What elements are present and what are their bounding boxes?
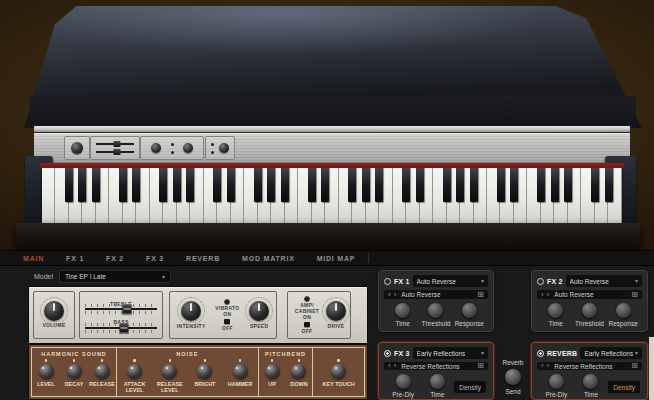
release-knob[interactable] [95, 364, 110, 379]
piano-key-black [254, 167, 262, 202]
reverb-send-knob[interactable] [505, 369, 521, 385]
power-icon[interactable] [537, 278, 544, 285]
preset-browser-icon[interactable]: ⊞ [477, 291, 484, 299]
fx2-threshold-knob[interactable] [582, 303, 597, 318]
treble-slider[interactable] [85, 308, 157, 310]
level-knob[interactable] [39, 364, 54, 379]
pitchbend-down-knob[interactable] [291, 364, 306, 379]
amp-toggle[interactable] [304, 322, 310, 327]
tab-midi-map[interactable]: MIDI MAP [306, 255, 367, 262]
harmonics-panel: HARMONIC SOUND LEVEL DECAY RELEASE NOISE… [28, 344, 368, 400]
decay-knob[interactable] [67, 364, 82, 379]
amp-led [304, 296, 310, 302]
next-preset-icon[interactable]: › [394, 362, 397, 370]
next-preset-icon[interactable]: › [547, 291, 550, 299]
treble-slider-handle[interactable] [122, 305, 131, 314]
power-icon[interactable] [384, 278, 391, 285]
fx1-time-knob[interactable] [395, 303, 410, 318]
harmonics-panel-inner: HARMONIC SOUND LEVEL DECAY RELEASE NOISE… [31, 347, 365, 397]
key-touch-knob[interactable] [331, 364, 346, 379]
hammer-knob[interactable] [233, 364, 248, 379]
render-volume-box [64, 136, 90, 160]
fx1-threshold-knob[interactable] [428, 303, 443, 318]
preset-browser-icon[interactable]: ⊞ [631, 291, 638, 299]
fx3-type-select[interactable]: Early Reflections ▾ [413, 347, 488, 359]
model-select[interactable]: Tine EP I Late ▾ [59, 270, 171, 283]
next-preset-icon[interactable]: › [394, 291, 397, 299]
drive-knob[interactable] [326, 301, 346, 321]
knob-led [204, 359, 207, 362]
fx1-panel: FX 1 Auto Reverse ▾ ‹ › Auto Reverse ⊞ T… [378, 270, 494, 332]
bass-slider[interactable] [85, 327, 157, 329]
fx2-time-knob[interactable] [548, 303, 563, 318]
reverb-time-knob[interactable] [583, 374, 598, 389]
fx2-response-knob[interactable] [616, 303, 631, 318]
fx1-response-knob[interactable] [462, 303, 477, 318]
tab-mod-matrix[interactable]: MOD MATRIX [231, 255, 306, 262]
prev-preset-icon[interactable]: ‹ [541, 291, 544, 299]
tab-fx1[interactable]: FX 1 [55, 255, 95, 262]
tab-fx2[interactable]: FX 2 [95, 255, 135, 262]
power-icon[interactable] [384, 350, 391, 357]
preset-browser-icon[interactable]: ⊞ [631, 362, 638, 370]
release-level-knob[interactable] [162, 364, 177, 379]
speed-knob[interactable] [249, 301, 269, 321]
prev-preset-icon[interactable]: ‹ [388, 362, 391, 370]
tab-main[interactable]: MAIN [12, 255, 55, 262]
fx1-type-select[interactable]: Auto Reverse ▾ [413, 275, 488, 287]
chevron-down-icon: ▾ [635, 278, 638, 284]
level-label: LEVEL [37, 381, 55, 387]
piano-render-stage: Seventy Three [0, 0, 654, 250]
chevron-down-icon: ▾ [162, 274, 165, 280]
speed-knob-group: SPEED [249, 301, 269, 330]
piano-key-black [65, 167, 73, 202]
piano-key-black [551, 167, 559, 202]
reverb-predelay-knob[interactable] [549, 374, 564, 389]
tab-reverb[interactable]: REVERB [175, 255, 231, 262]
model-row: Model Tine EP I Late ▾ [28, 267, 368, 286]
bright-label: BRIGHT [194, 381, 215, 387]
release-label: RELEASE [89, 381, 115, 387]
release-level-label: RELEASE LEVEL [153, 381, 187, 393]
fx1-threshold-label: Threshold [422, 320, 451, 327]
reverb-density-button[interactable]: Density [608, 381, 640, 393]
bass-slider-handle[interactable] [119, 323, 128, 332]
render-vibrato-leds [171, 143, 174, 154]
piano-key-black [92, 167, 100, 202]
render-volume-knob [71, 142, 83, 154]
piano-key-black [510, 167, 518, 202]
power-icon[interactable] [537, 350, 544, 357]
intensity-knob[interactable] [181, 301, 201, 321]
preset-browser-icon[interactable]: ⊞ [477, 362, 484, 370]
fx3-predelay-knob[interactable] [396, 374, 411, 389]
prev-preset-icon[interactable]: ‹ [388, 291, 391, 299]
prev-preset-icon[interactable]: ‹ [541, 362, 544, 370]
section-title: HARMONIC SOUND [41, 350, 107, 358]
render-amp-leds [211, 143, 214, 154]
piano-key-black [591, 167, 599, 202]
fx2-type-select[interactable]: Auto Reverse ▾ [566, 275, 642, 287]
fx3-density-button[interactable]: Density [454, 381, 486, 393]
fx3-panel: FX 3 Early Reflections ▾ ‹ › Reverse Ref… [378, 342, 494, 400]
attack-level-knob[interactable] [127, 364, 142, 379]
piano-key-black [308, 167, 316, 202]
pitchbend-up-knob[interactable] [265, 364, 280, 379]
vibrato-switch-group: VIBRATO ON OFF [212, 299, 242, 332]
volume-knob[interactable] [44, 301, 64, 321]
reverb-type-select[interactable]: Early Reflections ▾ [580, 347, 642, 359]
piano-key-white [42, 167, 55, 225]
piano-key-black [321, 167, 329, 202]
fx2-preset-name: Auto Reverse [554, 291, 628, 298]
vibrato-toggle[interactable] [224, 319, 230, 324]
fx3-time-label: Time [430, 391, 444, 398]
next-preset-icon[interactable]: › [547, 362, 550, 370]
piano-key-black [227, 167, 235, 202]
fx1-type-value: Auto Reverse [417, 278, 456, 285]
tab-fx3[interactable]: FX 3 [135, 255, 175, 262]
fx3-time-knob[interactable] [430, 374, 445, 389]
section-harmonic-sound: HARMONIC SOUND LEVEL DECAY RELEASE [32, 348, 116, 396]
bright-knob[interactable] [197, 364, 212, 379]
piano-key-black [348, 167, 356, 202]
piano-key-black [416, 167, 424, 202]
volume-box: VOLUME [33, 291, 75, 339]
